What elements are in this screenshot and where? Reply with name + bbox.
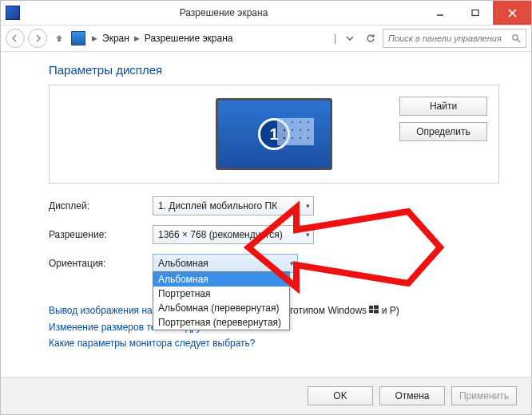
navbar: ▶ Экран ▶ Разрешение экрана | (1, 26, 531, 52)
forward-button[interactable] (28, 29, 47, 48)
svg-point-4 (513, 35, 518, 40)
chevron-down-icon: ▾ (306, 231, 310, 239)
chevron-right-icon: ▶ (89, 34, 101, 42)
orientation-option[interactable]: Портретная (перевернутая) (153, 315, 289, 330)
search-input[interactable] (387, 33, 510, 44)
windows-logo-icon (369, 305, 379, 317)
project-link[interactable]: Вывод изображения на (49, 305, 153, 316)
svg-rect-6 (369, 306, 373, 309)
breadcrumb-item[interactable]: Экран (101, 33, 131, 44)
find-button[interactable]: Найти (399, 97, 487, 116)
monitor-preview-panel: 1 Найти Определить (49, 85, 499, 184)
monitor-thumbnail[interactable]: 1 (216, 98, 332, 170)
svg-line-5 (518, 40, 521, 43)
search-icon[interactable] (510, 32, 522, 45)
content: Параметры дисплея 1 Найти Определить Дис… (1, 52, 531, 377)
orientation-select[interactable]: Альбомная ▾ (153, 254, 298, 273)
detect-button[interactable]: Определить (399, 122, 487, 141)
display-select[interactable]: 1. Дисплей мобильного ПК ▾ (153, 196, 314, 215)
cancel-button[interactable]: Отмена (379, 386, 445, 405)
which-monitor-link[interactable]: Какие параметры монитора следует выбрать… (49, 338, 256, 349)
chevron-down-icon: ▾ (290, 259, 294, 267)
footer: OK Отмена Применить (1, 377, 531, 414)
orientation-option[interactable]: Портретная (153, 287, 289, 301)
orientation-option[interactable]: Альбомная (153, 272, 289, 287)
display-icon (71, 31, 85, 45)
window-buttons (423, 1, 531, 25)
up-button[interactable] (50, 30, 68, 47)
page-title: Параметры дисплея (49, 63, 499, 77)
svg-rect-7 (374, 306, 379, 310)
orientation-label: Ориентация: (49, 258, 153, 269)
svg-rect-9 (374, 310, 379, 314)
orientation-option[interactable]: Альбомная (перевернутая) (153, 301, 289, 315)
ok-button[interactable]: OK (308, 386, 373, 405)
resolution-label: Разрешение: (49, 229, 153, 240)
app-icon (6, 6, 20, 20)
apply-button[interactable]: Применить (451, 386, 517, 405)
window-title: Разрешение экрана (25, 7, 423, 18)
back-button[interactable] (6, 29, 25, 48)
svg-rect-1 (472, 10, 478, 16)
chevron-right-icon: ▶ (131, 34, 143, 42)
breadcrumb-item[interactable]: Разрешение экрана (143, 33, 235, 44)
titlebar: Разрешение экрана (1, 1, 531, 26)
breadcrumb[interactable]: ▶ Экран ▶ Разрешение экрана (71, 30, 329, 47)
refresh-button[interactable] (362, 30, 379, 47)
window: Разрешение экрана ▶ Экран ▶ (0, 0, 532, 415)
display-label: Дисплей: (49, 200, 153, 211)
resolution-select[interactable]: 1366 × 768 (рекомендуется) ▾ (153, 225, 314, 244)
minimize-button[interactable] (423, 1, 458, 25)
separator: | (332, 33, 338, 44)
close-button[interactable] (493, 1, 531, 25)
svg-rect-8 (369, 310, 373, 313)
search-box[interactable] (383, 29, 526, 48)
chevron-down-icon: ▾ (306, 202, 310, 210)
dropdown-history-button[interactable] (341, 30, 359, 47)
settings-form: Дисплей: 1. Дисплей мобильного ПК ▾ Разр… (49, 196, 499, 273)
orientation-dropdown: Альбомная Портретная Альбомная (переверн… (153, 271, 290, 330)
maximize-button[interactable] (458, 1, 493, 25)
